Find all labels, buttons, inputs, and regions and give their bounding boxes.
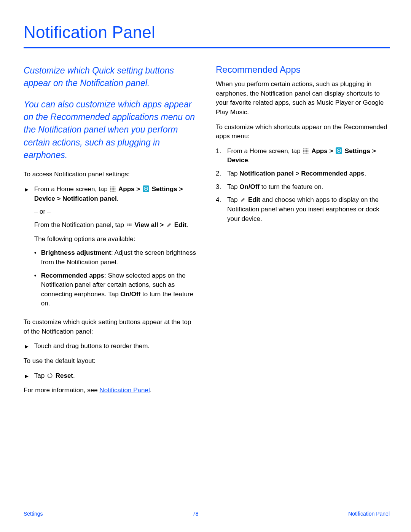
text: Tap <box>227 196 239 203</box>
arrow-icon: ► <box>24 342 30 351</box>
text: From the Notification panel, tap <box>34 221 126 228</box>
intro-paragraph-2: You can also customize which apps appear… <box>24 98 198 162</box>
intro-paragraph-1: Customize which Quick setting buttons ap… <box>24 64 198 90</box>
step-1: 1. From a Home screen, tap Apps > Settin… <box>216 147 390 165</box>
onoff-label: On/Off <box>239 183 260 190</box>
step-text: From a Home screen, tap Apps > Settings … <box>34 185 198 312</box>
number: 4. <box>216 195 223 224</box>
bullet-icon: • <box>34 271 37 309</box>
period: . <box>186 221 188 228</box>
settings-gear-icon <box>336 147 342 154</box>
gt1: > <box>136 185 142 193</box>
arrow-icon: ► <box>24 371 30 381</box>
arrow-icon: ► <box>24 185 30 312</box>
edit-label: Edit <box>174 221 186 228</box>
bullet-icon: • <box>34 248 37 267</box>
option-text: Recommended apps: Show selected apps on … <box>41 271 198 309</box>
step-4: 4. Tap Edit and choose which apps to dis… <box>216 195 390 224</box>
label: Brightness adjustment <box>41 249 111 256</box>
step-reset: ► Tap Reset. <box>24 371 198 381</box>
step-text: Tap On/Off to turn the feature on. <box>227 182 390 192</box>
apps-grid-icon <box>110 186 116 192</box>
ra-para1: When you perform certain actions, such a… <box>216 80 390 117</box>
view-all-grid-icon <box>127 224 132 228</box>
onoff-label: On/Off <box>120 291 140 298</box>
column-right: Recommended Apps When you perform certai… <box>216 64 390 401</box>
footer-right: Notification Panel <box>348 511 390 517</box>
access-lead: To access Notification panel settings: <box>24 170 198 179</box>
page-footer: Settings 78 Notification Panel <box>0 511 411 517</box>
step-access: ► From a Home screen, tap Apps > Setting… <box>24 185 198 312</box>
label: Recommended apps <box>41 272 104 279</box>
arrow-list: ► Touch and drag buttons to reorder them… <box>24 342 198 351</box>
period: . <box>73 372 75 379</box>
text: From a Home screen, tap <box>34 185 109 193</box>
text: From a Home screen, tap <box>227 147 302 155</box>
gt2: > <box>160 221 166 228</box>
apps-label: Apps <box>118 185 135 193</box>
period: . <box>248 157 250 164</box>
number: 2. <box>216 169 223 179</box>
arrow-list: ► From a Home screen, tap Apps > Setting… <box>24 185 198 312</box>
footer-page-number: 78 <box>193 511 199 517</box>
column-left: Customize which Quick setting buttons ap… <box>24 64 198 401</box>
recommended-apps-heading: Recommended Apps <box>216 64 390 75</box>
more-info: For more information, see Notification P… <box>24 386 198 395</box>
number: 3. <box>216 182 223 192</box>
text: to turn the feature on. <box>260 183 323 190</box>
step-text: Touch and drag buttons to reorder them. <box>34 342 198 351</box>
viewall-label: View all <box>135 221 158 228</box>
title-rule <box>24 47 390 48</box>
settings-label: Settings <box>152 185 177 193</box>
reset-label: Reset <box>56 372 73 379</box>
number: 1. <box>216 147 223 165</box>
edit-label: Edit <box>248 196 260 203</box>
notification-panel-link[interactable]: Notification Panel <box>99 387 150 394</box>
settings-gear-icon <box>143 185 149 192</box>
text: For more information, see <box>24 387 99 394</box>
step-text: Tap Edit and choose which apps to displa… <box>227 195 390 224</box>
period: . <box>117 195 119 202</box>
step-text: Tap Notification panel > Recommended app… <box>227 169 390 179</box>
step-2: 2. Tap Notification panel > Recommended … <box>216 169 390 179</box>
step-reorder: ► Touch and drag buttons to reorder them… <box>24 342 198 351</box>
step-3: 3. Tap On/Off to turn the feature on. <box>216 182 390 192</box>
page-title: Notification Panel <box>24 23 390 42</box>
reset-circular-arrow-icon <box>47 373 53 379</box>
document-page: Notification Panel Customize which Quick… <box>0 0 411 532</box>
period: . <box>150 387 152 394</box>
footer-left: Settings <box>24 511 43 517</box>
text: Tap <box>227 183 239 190</box>
ra-para2: To customize which shortcuts appear on t… <box>216 123 390 141</box>
two-columns: Customize which Quick setting buttons ap… <box>24 64 390 401</box>
numbered-steps: 1. From a Home screen, tap Apps > Settin… <box>216 147 390 224</box>
option-recommended-apps: • Recommended apps: Show selected apps o… <box>34 271 198 309</box>
text: Tap <box>34 372 46 379</box>
gt3: > <box>329 147 335 155</box>
edit-pencil-icon <box>166 222 172 228</box>
period: . <box>364 170 366 177</box>
options-list: • Brightness adjustment: Adjust the scre… <box>34 248 198 308</box>
option-brightness: • Brightness adjustment: Adjust the scre… <box>34 248 198 267</box>
alt-step: From the Notification panel, tap View al… <box>34 220 198 230</box>
apps-grid-icon <box>303 148 309 154</box>
arrow-list: ► Tap Reset. <box>24 371 198 381</box>
text: Tap <box>227 170 239 177</box>
option-text: Brightness adjustment: Adjust the screen… <box>41 248 198 267</box>
edit-pencil-icon <box>240 197 245 203</box>
settings-label: Settings <box>345 147 370 155</box>
default-lead: To use the default layout: <box>24 356 198 366</box>
apps-label: Apps <box>311 147 328 155</box>
path-label: Notification panel > Recommended apps <box>239 170 364 177</box>
customize-lead: To customize which quick setting buttons… <box>24 318 198 336</box>
step-text: From a Home screen, tap Apps > Settings … <box>227 147 390 165</box>
or-separator: – or – <box>34 207 198 217</box>
step-text: Tap Reset. <box>34 371 198 381</box>
options-lead: The following options are available: <box>34 235 198 244</box>
